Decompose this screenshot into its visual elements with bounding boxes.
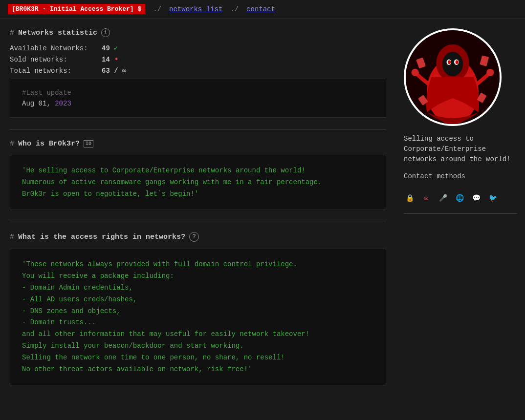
top-nav: [BR0K3R - Initial Access Broker] $ ./net… xyxy=(0,0,525,19)
available-value: 49 xyxy=(102,44,110,52)
comment-line: #Last update xyxy=(22,89,374,97)
contact-icon-lock[interactable]: 🔒 xyxy=(404,192,416,204)
nav-link-networks[interactable]: networks list xyxy=(169,5,222,13)
total-networks-row: Total networks: 63 / ∞ xyxy=(10,67,386,75)
nav-sep-1: ./ xyxy=(153,5,161,13)
contact-label: Contact methods xyxy=(404,172,465,180)
access-rights-quote: 'These networks always provided with ful… xyxy=(22,259,374,375)
sidebar-description: Selling access to Corporate/Enterprise n… xyxy=(404,134,517,165)
access-rights-heading: # What is the access rights in networks?… xyxy=(10,232,386,242)
svg-point-6 xyxy=(448,60,451,64)
hash-symbol-2: # xyxy=(10,140,14,148)
svg-point-10 xyxy=(412,69,419,76)
date-prefix: Aug 01, xyxy=(22,100,55,107)
total-value: 63 / ∞ xyxy=(102,67,126,75)
contact-icon-twitter[interactable]: 🐦 xyxy=(487,192,499,204)
date-line: Aug 01, 2023 xyxy=(22,100,374,107)
sold-networks-row: Sold networks: 14 • xyxy=(10,55,386,64)
contact-icon-globe[interactable]: 🌐 xyxy=(454,192,465,204)
nav-link-contact[interactable]: contact xyxy=(246,5,275,13)
hash-symbol-3: # xyxy=(10,233,14,241)
networks-statistic-title: Networks statistic xyxy=(18,29,97,37)
whois-title: Who is Br0k3r? xyxy=(18,140,80,148)
question-icon[interactable]: ? xyxy=(189,232,199,242)
hash-symbol-1: # xyxy=(10,29,14,37)
available-label: Available Networks: xyxy=(10,44,98,52)
available-networks-row: Available Networks: 49 ✓ xyxy=(10,44,386,52)
sold-label: Sold networks: xyxy=(10,56,98,63)
sidebar-divider xyxy=(404,213,517,214)
info-icon[interactable]: i xyxy=(101,28,110,37)
access-rights-quote-box: 'These networks always provided with ful… xyxy=(10,249,386,385)
avatar-svg xyxy=(406,30,500,124)
whois-heading: # Who is Br0k3r? ID xyxy=(10,140,386,148)
access-rights-title: What is the access rights in networks? xyxy=(18,233,185,241)
avatar-container xyxy=(404,28,502,126)
terminal-prompt: [BR0K3R - Initial Access Broker] $ xyxy=(8,4,145,14)
divider-1 xyxy=(10,129,386,130)
contact-icons: 🔒 ✉ 🎤 🌐 💬 🐦 xyxy=(404,192,499,204)
sold-dot-icon: • xyxy=(114,55,119,64)
left-content: # Networks statistic i Available Network… xyxy=(0,19,396,407)
svg-point-11 xyxy=(486,69,494,76)
access-rights-section: # What is the access rights in networks?… xyxy=(10,232,386,385)
networks-statistic-section: # Networks statistic i Available Network… xyxy=(10,28,386,75)
contact-icon-email[interactable]: ✉ xyxy=(420,192,432,204)
contact-icon-mic[interactable]: 🎤 xyxy=(437,192,449,204)
main-layout: # Networks statistic i Available Network… xyxy=(0,19,525,407)
networks-statistic-heading: # Networks statistic i xyxy=(10,28,386,37)
divider-2 xyxy=(10,222,386,222)
whois-quote: 'He selling access to Corporate/Enterpri… xyxy=(22,165,374,200)
total-label: Total networks: xyxy=(10,67,98,75)
contact-icon-chat[interactable]: 💬 xyxy=(470,192,482,204)
whois-quote-box: 'He selling access to Corporate/Enterpri… xyxy=(10,155,386,210)
whois-section: # Who is Br0k3r? ID 'He selling access t… xyxy=(10,140,386,210)
sold-value: 14 xyxy=(102,56,110,63)
available-check-icon: ✓ xyxy=(114,44,118,52)
svg-point-3 xyxy=(442,52,463,76)
svg-point-7 xyxy=(456,60,459,64)
nav-sep-2: ./ xyxy=(230,5,239,13)
date-year: 2023 xyxy=(55,100,71,107)
last-update-box: #Last update Aug 01, 2023 xyxy=(10,79,386,118)
right-sidebar: Selling access to Corporate/Enterprise n… xyxy=(396,19,525,407)
id-card-icon: ID xyxy=(84,140,93,147)
